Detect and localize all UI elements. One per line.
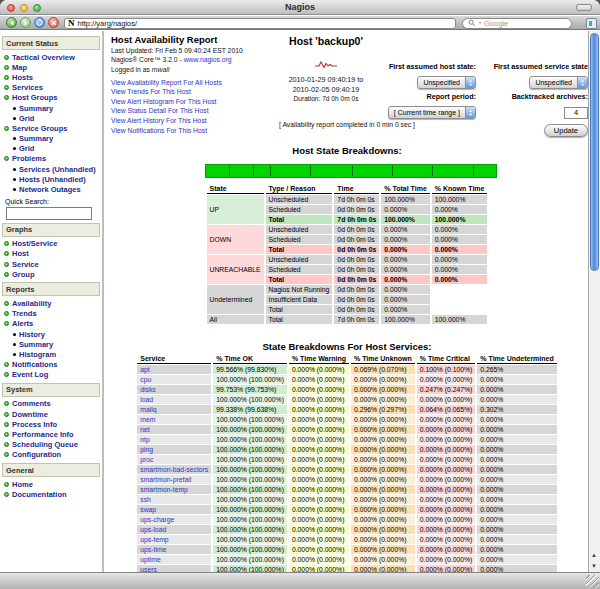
toolbar-toggle-widget[interactable]	[576, 4, 592, 11]
stop-button[interactable]	[48, 17, 59, 28]
sidebar-item-label: Availability	[12, 299, 51, 308]
sidebar-item-services-unhandled[interactable]: Services (Unhandled)	[0, 164, 102, 174]
sidebar-item-network-outages[interactable]: Network Outages	[0, 184, 102, 194]
sidebar-item-trends[interactable]: Trends	[0, 309, 102, 319]
report-period-select[interactable]: [ Current time range ] ▲▼	[388, 106, 476, 119]
sidebar-item-service[interactable]: Service	[0, 259, 102, 269]
scroll-up-arrow-icon[interactable]: ▲	[589, 550, 599, 560]
sidebar-item-history[interactable]: History	[0, 329, 102, 339]
sidebar-item-label: Service	[12, 260, 39, 269]
column-header-time-critical: % Time Critical	[417, 355, 476, 364]
sidebar-item-hosts-unhandled[interactable]: Hosts (Unhandled)	[0, 174, 102, 184]
time-warning-cell: 0.000% (0.000%)	[289, 405, 349, 414]
sidebar-item-summary[interactable]: Summary	[0, 103, 102, 113]
sidebar-item-tactical-overview[interactable]: Tactical Overview	[0, 52, 102, 62]
sidebar-item-services[interactable]: Services	[0, 83, 102, 93]
sidebar-item-label: Grid	[19, 144, 34, 153]
service-name-cell[interactable]: mem	[137, 415, 211, 424]
service-name-cell[interactable]: uptime	[137, 555, 211, 564]
time-undetermined-cell: 0.000%	[477, 535, 556, 544]
sidebar-item-summary[interactable]: Summary	[0, 339, 102, 349]
bullet-icon	[13, 117, 16, 120]
sidebar-item-availability[interactable]: Availability	[0, 298, 102, 308]
url-text: http://yarg/nagios/	[78, 19, 138, 28]
sidebar-item-performance-info[interactable]: Performance Info	[0, 429, 102, 439]
sidebar-item-alerts[interactable]: Alerts	[0, 319, 102, 329]
time-unknown-cell: 0.000% (0.000%)	[351, 505, 415, 514]
service-name-cell[interactable]: mailq	[137, 405, 211, 414]
service-name-cell[interactable]: ping	[137, 445, 211, 454]
time-undetermined-cell: 0.000%	[477, 515, 556, 524]
service-state-select[interactable]: Unspecified ▲▼	[529, 76, 588, 89]
sidebar-item-downtime[interactable]: Downtime	[0, 409, 102, 419]
bookmark-sidebar-icon[interactable]	[586, 18, 597, 29]
backtracked-archives-input[interactable]	[564, 107, 588, 119]
timeline-tick	[473, 166, 474, 176]
sidebar-item-service-groups[interactable]: Service Groups	[0, 123, 102, 133]
reload-button[interactable]	[34, 17, 45, 28]
time-critical-cell: 0.000% (0.000%)	[417, 375, 476, 384]
known-time-cell	[432, 295, 488, 304]
sidebar-item-hosts[interactable]: Hosts	[0, 72, 102, 82]
service-name-cell[interactable]: ups-charge	[137, 515, 211, 524]
time-critical-cell: 0.000% (0.000%)	[417, 505, 476, 514]
time-cell: 7d 0h 0m 0s	[334, 215, 379, 224]
sidebar-item-problems[interactable]: Problems	[0, 154, 102, 164]
service-name-cell[interactable]: smartmon-temp	[137, 485, 211, 494]
sidebar-item-host[interactable]: Host	[0, 249, 102, 259]
sidebar-item-summary[interactable]: Summary	[0, 134, 102, 144]
vertical-scrollbar[interactable]: ▲ ▼	[588, 31, 600, 572]
sidebar-item-process-info[interactable]: Process Info	[0, 419, 102, 429]
service-name-cell[interactable]: net	[137, 425, 211, 434]
time-cell: 0d 0h 0m 0s	[334, 235, 379, 244]
service-name-cell[interactable]: ntp	[137, 435, 211, 444]
resize-grip[interactable]	[586, 575, 599, 588]
timeline-tick	[432, 166, 433, 176]
scroll-down-arrow-icon[interactable]: ▼	[589, 561, 599, 571]
sidebar-item-group[interactable]: Group	[0, 269, 102, 279]
time-cell: 0d 0h 0m 0s	[334, 205, 379, 214]
service-name-cell[interactable]: load	[137, 395, 211, 404]
sidebar-item-map[interactable]: Map	[0, 62, 102, 72]
service-name-cell[interactable]: ups-time	[137, 545, 211, 554]
service-name-cell[interactable]: users	[137, 565, 211, 572]
sidebar-item-host-groups[interactable]: Host Groups	[0, 93, 102, 103]
back-button[interactable]	[6, 17, 17, 28]
service-name-cell[interactable]: ssh	[137, 495, 211, 504]
search-input[interactable]: Google	[462, 18, 572, 29]
scrollbar-thumb[interactable]	[590, 33, 599, 271]
sidebar-item-notifications[interactable]: Notifications	[0, 360, 102, 370]
host-state-select[interactable]: Unspecified ▲▼	[417, 76, 476, 89]
service-name-cell[interactable]: ups-load	[137, 525, 211, 534]
service-name-cell[interactable]: ups-temp	[137, 535, 211, 544]
host-state-row: AllTotal7d 0h 0m 0s100.000%100.000%	[207, 315, 488, 324]
sidebar-item-scheduling-queue[interactable]: Scheduling Queue	[0, 440, 102, 450]
service-name-cell[interactable]: cpu	[137, 375, 211, 384]
sidebar-item-home[interactable]: Home	[0, 479, 102, 489]
nagios-org-link[interactable]: www.nagios.org	[184, 56, 232, 63]
report-link-view-status-detail-for-this-host[interactable]: View Status Detail For This Host	[111, 107, 281, 114]
quick-search-input[interactable]	[6, 207, 92, 220]
service-name-cell[interactable]: smartmon-bad-sectors	[137, 465, 211, 474]
service-name-cell[interactable]: proc	[137, 455, 211, 464]
service-name-cell[interactable]: apt	[137, 365, 211, 374]
sidebar-item-label: Summary	[19, 134, 53, 143]
sidebar-item-configuration[interactable]: Configuration	[0, 450, 102, 460]
status-dot-icon	[4, 55, 9, 60]
address-bar[interactable]: N http://yarg/nagios/	[64, 18, 456, 29]
status-dot-icon	[4, 75, 9, 80]
sidebar-item-host-service[interactable]: Host/Service	[0, 239, 102, 249]
sidebar-item-grid[interactable]: Grid	[0, 144, 102, 154]
sidebar-item-grid[interactable]: Grid	[0, 113, 102, 123]
forward-button[interactable]	[20, 17, 31, 28]
sidebar-item-event-log[interactable]: Event Log	[0, 370, 102, 380]
service-name-cell[interactable]: disks	[137, 385, 211, 394]
sidebar-item-documentation[interactable]: Documentation	[0, 489, 102, 499]
known-time-cell: 0.000%	[432, 255, 488, 264]
sidebar-item-label: Problems	[12, 154, 46, 163]
service-name-cell[interactable]: swap	[137, 505, 211, 514]
sidebar-section-header-general: General	[2, 463, 100, 477]
sidebar-item-histogram[interactable]: Histogram	[0, 349, 102, 359]
sidebar-item-comments[interactable]: Comments	[0, 399, 102, 409]
service-name-cell[interactable]: smartmon-prefail	[137, 475, 211, 484]
